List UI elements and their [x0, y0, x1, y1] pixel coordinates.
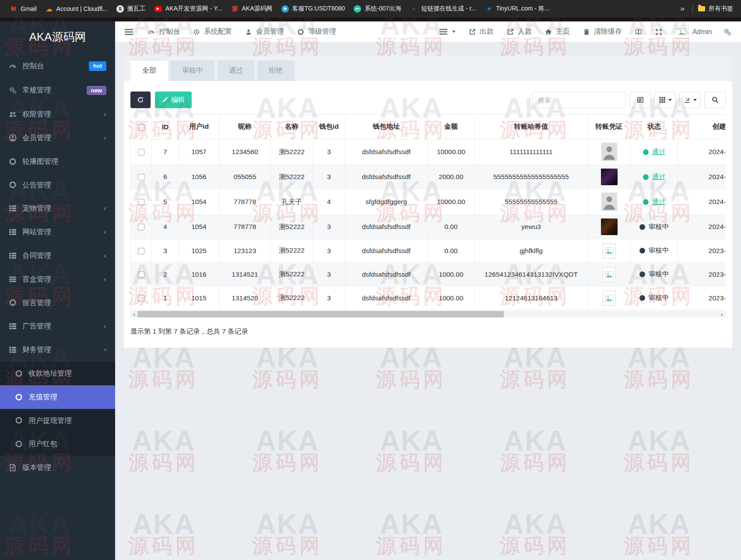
voucher-thumbnail[interactable]: [601, 222, 618, 230]
status-badge[interactable]: 通过: [643, 173, 666, 182]
bookmark-favicon: [410, 5, 418, 13]
status-badge[interactable]: 审核中: [639, 222, 669, 232]
topnav-item[interactable]: 会员管理: [245, 27, 284, 36]
sidebar-item[interactable]: 常规管理 new: [0, 78, 115, 103]
topnav-action[interactable]: 主页: [545, 27, 570, 36]
detail-view-button[interactable]: [629, 92, 651, 108]
search-input[interactable]: [532, 92, 626, 108]
column-header[interactable]: 用户id: [179, 115, 219, 139]
sidebar-item[interactable]: 合同管理: [0, 244, 115, 268]
column-header[interactable]: 转账凭证: [588, 115, 631, 139]
horizontal-scrollbar[interactable]: ◂ ▸: [130, 311, 726, 317]
status-badge[interactable]: 通过: [643, 148, 666, 157]
sidebar-item[interactable]: 收款地址管理: [0, 362, 115, 385]
row-checkbox[interactable]: [138, 271, 144, 278]
column-header[interactable]: 转账哈希值: [475, 115, 588, 139]
status-badge[interactable]: 通过: [643, 197, 666, 207]
bookmark[interactable]: AKA源码网: [226, 3, 277, 15]
voucher-thumbnail[interactable]: [601, 148, 618, 155]
bookmarks-overflow-chevron[interactable]: »: [678, 4, 687, 13]
voucher-thumbnail[interactable]: [603, 247, 616, 254]
tab[interactable]: 通过: [217, 60, 255, 81]
row-checkbox[interactable]: [138, 248, 144, 254]
bookmark[interactable]: TinyURL.com - 将...: [481, 3, 554, 15]
bookmark[interactable]: 短链接在线生成 - r...: [406, 3, 481, 15]
settings-gears-icon[interactable]: [723, 28, 731, 36]
status-badge[interactable]: 审核中: [639, 246, 669, 255]
refresh-button[interactable]: [130, 92, 151, 108]
language-icon[interactable]: [635, 28, 642, 35]
row-checkbox[interactable]: [138, 295, 144, 302]
sidebar-item[interactable]: 会员管理: [0, 126, 115, 150]
bookmark[interactable]: 系统-007出海: [349, 3, 406, 15]
sidebar-item[interactable]: 盲盒管理: [0, 268, 115, 291]
column-header[interactable]: 金额: [428, 115, 475, 139]
app-logo[interactable]: AKA源码网: [0, 21, 115, 52]
bookmark[interactable]: AKA开发资源网 - Y...: [150, 3, 227, 15]
sidebar-item[interactable]: 用户提现管理: [0, 409, 115, 433]
sidebar-item[interactable]: 充值管理: [0, 385, 115, 409]
sidebar-item[interactable]: 控制台 hot: [0, 54, 115, 78]
cell-hash: 12124613164613: [475, 286, 588, 310]
sidebar-item[interactable]: 轮播图管理: [0, 150, 115, 173]
column-header[interactable]: 钱包id: [313, 115, 345, 139]
sidebar-item[interactable]: 财务管理: [0, 338, 115, 362]
row-checkbox[interactable]: [138, 174, 144, 180]
row-checkbox[interactable]: [138, 199, 144, 205]
sidebar-item[interactable]: 用户红包: [0, 432, 115, 456]
sidebar-toggle-button[interactable]: [125, 28, 133, 35]
sidebar-item[interactable]: 公告管理: [0, 173, 115, 197]
voucher-thumbnail[interactable]: [603, 294, 616, 301]
row-checkbox[interactable]: [138, 149, 144, 155]
sidebar-item[interactable]: 广告管理: [0, 314, 115, 338]
sidebar-item[interactable]: 宠物管理: [0, 197, 115, 220]
topnav-action[interactable]: 入款: [507, 27, 532, 36]
topnav-item[interactable]: 系统配置: [193, 27, 232, 36]
tab[interactable]: 拒绝: [257, 60, 295, 81]
column-header[interactable]: 钱包地址: [345, 115, 428, 139]
topnav-item[interactable]: 等级管理: [297, 27, 336, 36]
topnav-item[interactable]: 控制台: [148, 27, 180, 36]
bookmark[interactable]: Gmail: [5, 3, 41, 15]
status-badge[interactable]: 审核中: [639, 270, 669, 279]
columns-toggle-button[interactable]: [654, 92, 676, 108]
export-button[interactable]: [679, 92, 701, 108]
topnav-action[interactable]: 清除缓存: [583, 27, 622, 36]
column-header[interactable]: 名称: [271, 115, 313, 139]
edit-button[interactable]: 编辑: [155, 92, 192, 108]
column-header[interactable]: 昵称: [219, 115, 271, 139]
bookmark[interactable]: Account | Cloudfl...: [41, 3, 112, 15]
tab[interactable]: 全部: [130, 60, 168, 81]
voucher-thumbnail[interactable]: [601, 197, 618, 205]
bookmark[interactable]: 搬瓦工: [112, 3, 150, 15]
select-all-checkbox[interactable]: [138, 124, 144, 130]
sidebar-item[interactable]: 网站管理: [0, 220, 115, 244]
sidebar-item[interactable]: 版本管理: [0, 456, 115, 479]
bookmark[interactable]: 客服TG:USDT8080: [277, 3, 350, 15]
scrollbar-thumb[interactable]: [137, 311, 504, 317]
bookmark-favicon: [231, 5, 238, 13]
row-checkbox[interactable]: [138, 224, 144, 230]
table-row: 5 1054 778778 孔夫子 4 sfgfdgdfggerg 10000.…: [131, 189, 726, 215]
scroll-left-arrow[interactable]: ◂: [130, 311, 137, 317]
search-button[interactable]: [704, 92, 726, 108]
admin-menu[interactable]: Admin: [692, 28, 712, 36]
column-header[interactable]: ID: [152, 115, 179, 139]
fullscreen-icon[interactable]: [655, 28, 662, 35]
voucher-thumbnail[interactable]: [601, 173, 618, 180]
sidebar-item-icon: [9, 299, 17, 306]
sidebar-item[interactable]: 权限管理: [0, 102, 115, 126]
status-dot: [639, 271, 645, 277]
column-header[interactable]: 状态: [631, 115, 678, 139]
topnav-action[interactable]: 出款: [469, 27, 494, 36]
voucher-thumbnail[interactable]: [603, 270, 616, 278]
all-bookmarks-button[interactable]: 所有书签: [698, 5, 735, 13]
menu-list-toggle[interactable]: [439, 28, 456, 35]
column-header[interactable]: 创建时间: [678, 115, 726, 139]
scrollbar-track[interactable]: [137, 311, 719, 317]
scroll-right-arrow[interactable]: ▸: [719, 311, 726, 317]
status-badge[interactable]: 审核中: [639, 293, 669, 303]
sidebar-item[interactable]: 留言管理: [0, 291, 115, 315]
tab[interactable]: 审核中: [170, 60, 215, 81]
admin-avatar[interactable]: [675, 25, 688, 39]
